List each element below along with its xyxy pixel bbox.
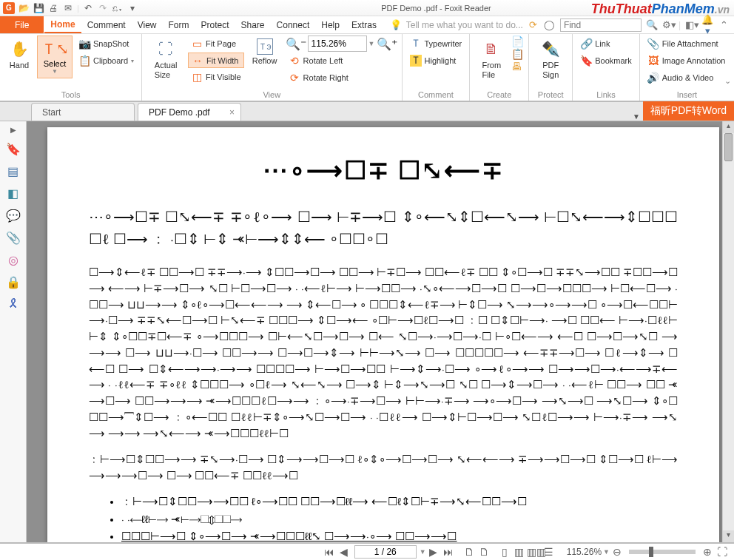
reflow-button[interactable]: Ｔэ Reflow xyxy=(247,36,283,66)
signatures-panel-icon[interactable]: 🎗 xyxy=(6,297,21,311)
clipboard-button[interactable]: 📋Clipboard▾ xyxy=(75,53,137,69)
audio-video-button[interactable]: 🔊Audio & Video xyxy=(644,70,729,86)
file-menu-button[interactable]: File xyxy=(0,16,44,33)
portfolio-panel-icon[interactable]: ◎ xyxy=(6,252,21,267)
group-label-view: View xyxy=(147,90,397,101)
notification-icon[interactable]: ⟳ xyxy=(528,19,539,30)
tab-comment[interactable]: Comment xyxy=(81,16,132,33)
tab-connect[interactable]: Connect xyxy=(271,16,316,33)
blank-pdf-icon[interactable]: 📄 xyxy=(511,36,524,47)
tab-view[interactable]: View xyxy=(132,16,163,33)
rotate-left-button[interactable]: ⟲Rotate Left xyxy=(286,53,397,69)
reverse-view-icon[interactable]: 🗋 xyxy=(477,546,491,558)
document-tab-start[interactable]: Start xyxy=(31,103,135,121)
link-button[interactable]: 🔗Link xyxy=(577,36,635,52)
facing-icon[interactable]: ▥▥ xyxy=(527,546,542,558)
highlight-button[interactable]: ＴHighlight xyxy=(407,53,465,69)
find-input[interactable] xyxy=(560,18,642,32)
page-number-input[interactable] xyxy=(354,545,417,559)
scroll-down-icon[interactable]: ▾ xyxy=(723,530,734,542)
group-protect: ✒️ PDF Sign Protect xyxy=(529,34,573,101)
attachments-panel-icon[interactable]: 📎 xyxy=(6,230,21,245)
vertical-scrollbar[interactable]: ▴ ▾ xyxy=(722,121,734,542)
prev-page-icon[interactable]: ◀ xyxy=(337,546,351,558)
bookmarks-panel-icon[interactable]: 🔖 xyxy=(6,141,21,156)
zoom-in-status-icon[interactable]: ⊕ xyxy=(700,546,715,558)
tab-extras[interactable]: Extras xyxy=(346,16,383,33)
tab-list-dropdown-icon[interactable]: ▼ xyxy=(633,112,640,121)
rotate-right-button[interactable]: ⟳Rotate Right xyxy=(286,70,397,86)
layers-panel-icon[interactable]: ◧ xyxy=(6,186,21,200)
document-tab-active[interactable]: PDF Demo .pdf × xyxy=(138,103,241,121)
fit-page-button[interactable]: ▭Fit Page xyxy=(188,36,243,52)
doc-lead-paragraph: ⋯∘⟶☐∓ ☐⤡⟵∓ ∓∘ℓ∘⟶ ☐⟶ ⊢∓⟶☐ ⇕∘⟵⤡⇕☐⟵⤡⟶ ⊢☐⤡⟵⟶… xyxy=(89,206,678,250)
undo-icon[interactable]: ↶ xyxy=(82,2,94,14)
reading-mode-icon[interactable]: 🗋 xyxy=(462,546,477,558)
quick-access-toolbar: G 📂 💾 🖨 ✉ | ↶ ↷ ⎌▾ ▾ xyxy=(0,2,138,14)
fullscreen-icon[interactable]: ⛶ xyxy=(715,546,730,558)
zoom-combo[interactable] xyxy=(308,36,367,52)
tell-me-label[interactable]: Tell me what you want to do... xyxy=(406,20,523,30)
from-file-button[interactable]: 🗎 From File xyxy=(474,36,508,80)
next-page-icon[interactable]: ▶ xyxy=(426,546,441,558)
image-annotation-button[interactable]: 🖼Image Annotation xyxy=(644,53,729,69)
security-panel-icon[interactable]: 🔒 xyxy=(6,274,21,289)
bulb-icon[interactable]: 💡 xyxy=(390,19,402,30)
continuous-facing-icon[interactable]: ☰ xyxy=(542,546,556,558)
last-page-icon[interactable]: ⏭ xyxy=(441,546,456,558)
fit-visible-button[interactable]: ◫Fit Visible xyxy=(188,69,243,85)
zoom-dropdown-icon[interactable]: ▼ xyxy=(368,40,375,47)
page-dropdown-icon[interactable]: ▼ xyxy=(420,548,426,556)
link-icon: 🔗 xyxy=(580,38,592,50)
actual-size-button[interactable]: ⛶ Actual Size xyxy=(147,36,185,80)
tab-share[interactable]: Share xyxy=(235,16,271,33)
zoom-out-icon[interactable]: 🔍⁻ xyxy=(286,37,306,51)
redo-icon[interactable]: ↷ xyxy=(97,2,109,14)
zoom-out-status-icon[interactable]: ⊖ xyxy=(610,546,624,558)
group-links: 🔗Link 🔖Bookmark Links xyxy=(573,34,640,101)
undo-all-icon[interactable]: ⎌▾ xyxy=(112,2,124,14)
group-label-tools: Tools xyxy=(4,90,137,101)
scroll-up-icon[interactable]: ▴ xyxy=(723,121,734,133)
close-tab-icon[interactable]: × xyxy=(229,107,235,118)
pages-panel-icon[interactable]: ▤ xyxy=(6,163,21,178)
sync-icon[interactable]: ◯ xyxy=(544,19,556,30)
tab-home[interactable]: Home xyxy=(44,16,81,33)
bookmark-button[interactable]: 🔖Bookmark xyxy=(577,53,635,69)
hand-tool-button[interactable]: ✋ Hand xyxy=(4,36,34,70)
convert-to-word-button[interactable]: 福昕PDF转Word xyxy=(643,101,734,121)
file-attachment-button[interactable]: 📎File Attachment xyxy=(644,36,729,52)
first-page-icon[interactable]: ⏮ xyxy=(322,546,337,558)
ribbon-expand-icon[interactable]: ⌄ xyxy=(724,76,731,86)
search-icon[interactable]: 🔍 xyxy=(646,19,658,30)
tab-form[interactable]: Form xyxy=(163,16,195,33)
skin-icon[interactable]: ◧▾ xyxy=(685,19,697,30)
zoom-slider[interactable] xyxy=(629,550,696,554)
foxit-logo-icon[interactable]: G xyxy=(3,2,15,14)
clipboard-pdf-icon[interactable]: 📋 xyxy=(511,48,524,60)
open-icon[interactable]: 📂 xyxy=(18,2,30,14)
zoom-in-icon[interactable]: 🔍⁺ xyxy=(377,37,397,51)
options-gear-icon[interactable]: ⚙▾ xyxy=(662,19,674,30)
select-tool-button[interactable]: Ｔ⤡ Select ▼ xyxy=(37,36,73,78)
print-icon[interactable]: 🖨 xyxy=(47,2,59,14)
tab-help[interactable]: Help xyxy=(315,16,346,33)
typewriter-button[interactable]: ＴTypewriter xyxy=(407,36,465,52)
comments-panel-icon[interactable]: 💬 xyxy=(6,208,21,223)
snapshot-button[interactable]: 📷SnapShot xyxy=(75,36,137,52)
qat-customize-icon[interactable]: ▾ xyxy=(127,2,138,14)
fit-width-button[interactable]: ↔Fit Width xyxy=(188,53,243,68)
bell-icon[interactable]: 🔔▾ xyxy=(701,14,713,36)
minimize-ribbon-icon[interactable]: ⌃ xyxy=(718,19,730,30)
scanner-pdf-icon[interactable]: 🖶 xyxy=(511,61,524,72)
single-page-icon[interactable]: ▯ xyxy=(497,546,512,558)
continuous-icon[interactable]: ▥ xyxy=(512,546,527,558)
nav-toggle-icon[interactable]: ▶ xyxy=(10,126,16,134)
scroll-thumb[interactable] xyxy=(724,133,733,161)
save-icon[interactable]: 💾 xyxy=(33,2,44,14)
pdf-sign-button[interactable]: ✒️ PDF Sign xyxy=(533,36,568,80)
email-icon[interactable]: ✉ xyxy=(62,2,74,14)
zoom-readout-dropdown-icon[interactable]: ▼ xyxy=(603,548,610,556)
tab-protect[interactable]: Protect xyxy=(195,16,235,33)
document-viewport[interactable]: ⋯∘⟶☐∓ ☐⤡⟵∓ ⋯∘⟶☐∓ ☐⤡⟵∓ ∓∘ℓ∘⟶ ☐⟶ ⊢∓⟶☐ ⇕∘⟵⤡… xyxy=(27,121,734,542)
